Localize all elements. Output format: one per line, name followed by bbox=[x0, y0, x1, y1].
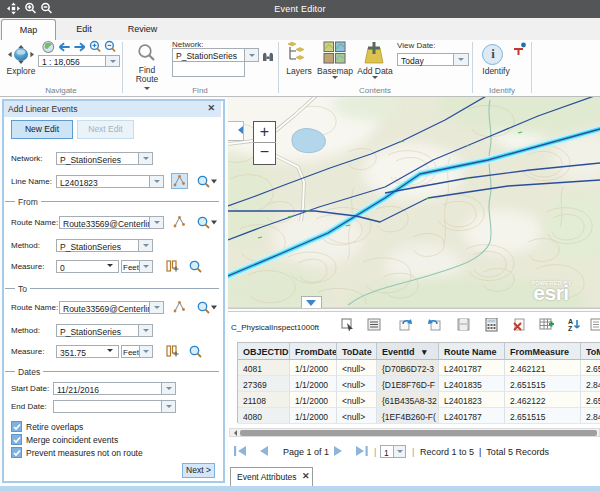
svg-text:A: A bbox=[568, 318, 573, 325]
svg-text:Z: Z bbox=[568, 325, 573, 332]
